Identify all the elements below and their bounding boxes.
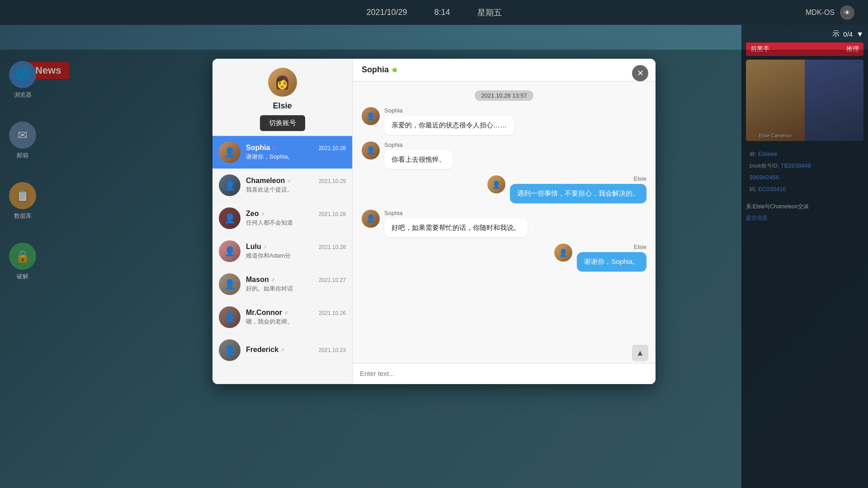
message-row-m4: 👤Sophia好吧，如果需要帮忙的话，你随时和我说。 <box>362 210 646 238</box>
contact-info-frederick: Frederick ♂ 2021.10.23 <box>246 346 346 355</box>
chat-header: Sophia <box>353 59 656 81</box>
contact-info-mason: Mason ♂ 2021.10.27 好的。如果你对话 <box>246 276 346 293</box>
contact-name-row: Chameleon ♂ 2021.10.29 <box>246 177 346 185</box>
msg-bubble-m2: 你看上去很憔悴。 <box>384 150 453 169</box>
msg-sender-m5: Elsie <box>634 244 646 250</box>
taskbar-time: 8:14 <box>434 8 450 17</box>
taskbar-weekday: 星期五 <box>477 7 502 18</box>
expand-icon[interactable]: ▼ <box>856 30 863 38</box>
msg-avatar-m1: 👤 <box>362 107 380 125</box>
contact-name-row: Mr.Connor ♂ 2021.10.26 <box>246 309 346 317</box>
gender-icon-chameleon: ♂ <box>287 178 292 184</box>
msg-sender-m3: Elsie <box>634 175 646 182</box>
close-icon: ✕ <box>637 68 644 78</box>
close-button[interactable]: ✕ <box>632 65 648 81</box>
msg-sender-m1: Sophia <box>384 107 514 114</box>
contact-item-sophia[interactable]: 👤 Sophia ♀ 2021.10.28 谢谢你，Sophia。 <box>212 136 352 169</box>
message-row-m3: Elsie遇到一些事情，不要担心，我会解决的。👤 <box>362 175 646 203</box>
contact-preview-sophia: 谢谢你，Sophia。 <box>246 153 346 161</box>
taskbar-os-label: MDK-OS <box>806 9 835 17</box>
gender-icon-sophia: ♀ <box>272 145 277 151</box>
contact-info-mrconnor: Mr.Connor ♂ 2021.10.26 嗯，我会的老师。 <box>246 309 346 326</box>
messaging-modal: ✕ 👩 Elsie 切换账号 👤 Sophia ♀ 2021.10.28 <box>212 59 656 384</box>
msg-bubble-m3: 遇到一些事情，不要担心，我会解决的。 <box>510 184 646 203</box>
switch-account-button[interactable]: 切换账号 <box>260 115 305 131</box>
contact-name-row: Sophia ♀ 2021.10.28 <box>246 144 346 152</box>
contact-date-lulu: 2021.10.28 <box>319 244 346 250</box>
msg-avatar-m5: 👤 <box>554 244 572 262</box>
message-row-m1: 👤Sophia亲爱的，你最近的状态很令人担心…… <box>362 107 646 135</box>
reveal-label: 示 <box>832 29 840 39</box>
contact-item-lulu[interactable]: 👤 Lulu ♀ 2021.10.28 难道你和Adam分 <box>212 235 352 268</box>
contact-item-zeo[interactable]: 👤 Zeo ♂ 2021.10.28 任何人都不会知道 <box>212 202 352 235</box>
modal-overlay: ✕ 👩 Elsie 切换账号 👤 Sophia ♀ 2021.10.28 <box>0 50 868 488</box>
msg-content-m4: Sophia好吧，如果需要帮忙的话，你随时和我说。 <box>384 210 528 238</box>
msg-sender-m2: Sophia <box>384 141 453 148</box>
msg-avatar-m2: 👤 <box>362 141 380 160</box>
taskbar: 2021/10/29 8:14 星期五 MDK-OS 👁 <box>0 0 868 25</box>
gender-icon-zeo: ♂ <box>261 211 265 217</box>
contact-avatar-sophia: 👤 <box>219 141 241 163</box>
taskbar-center: 2021/10/29 8:14 星期五 <box>366 7 501 18</box>
contact-name-row: Frederick ♂ 2021.10.23 <box>246 346 346 354</box>
scroll-up-button[interactable]: ▲ <box>632 345 648 361</box>
online-indicator <box>392 68 397 72</box>
contact-info-lulu: Lulu ♀ 2021.10.28 难道你和Adam分 <box>246 243 346 260</box>
msg-avatar-m4: 👤 <box>362 210 380 228</box>
contact-info-sophia: Sophia ♀ 2021.10.28 谢谢你，Sophia。 <box>246 144 346 161</box>
chat-input-area <box>353 363 656 384</box>
contact-panel: 👩 Elsie 切换账号 👤 Sophia ♀ 2021.10.28 谢谢你，S… <box>212 59 353 384</box>
contact-date-sophia: 2021.10.28 <box>319 145 346 151</box>
contact-item-mason[interactable]: 👤 Mason ♂ 2021.10.27 好的。如果你对话 <box>212 268 352 301</box>
contact-name-frederick: Frederick ♂ <box>246 346 285 354</box>
msg-content-m2: Sophia你看上去很憔悴。 <box>384 141 453 169</box>
contact-preview-zeo: 任何人都不会知道 <box>246 219 346 227</box>
chat-timestamp: 2021.10.28 13:57 <box>475 90 533 101</box>
contact-name-zeo: Zeo ♂ <box>246 210 265 218</box>
contact-date-mason: 2021.10.27 <box>319 277 346 283</box>
counter-badge: 0/4 <box>843 30 853 38</box>
contact-avatar-lulu: 👤 <box>219 240 241 262</box>
message-row-m2: 👤Sophia你看上去很憔悴。 <box>362 141 646 169</box>
contact-name-row: Mason ♂ 2021.10.27 <box>246 276 346 284</box>
contact-date-frederick: 2021.10.23 <box>319 347 346 353</box>
self-name: Elsie <box>273 101 292 111</box>
chat-panel: Sophia 2021.10.28 13:57👤Sophia亲爱的，你最近的状态… <box>353 59 656 384</box>
chat-messages[interactable]: 2021.10.28 13:57👤Sophia亲爱的，你最近的状态很令人担心……… <box>353 81 656 343</box>
gender-icon-mason: ♂ <box>271 277 275 283</box>
gender-icon-mrconnor: ♂ <box>284 310 288 316</box>
msg-content-m5: Elsie谢谢你，Sophia。 <box>577 244 646 272</box>
contact-date-zeo: 2021.10.28 <box>319 211 346 217</box>
desktop: News 🌐 浏览器 ✉ 邮箱 📋 数据库 🔒 破解 示 0/4 ▼ 后黑手 推… <box>0 25 868 488</box>
contact-item-frederick[interactable]: 👤 Frederick ♂ 2021.10.23 <box>212 334 352 367</box>
chat-contact-name: Sophia <box>362 65 389 75</box>
contact-info-zeo: Zeo ♂ 2021.10.28 任何人都不会知道 <box>246 210 346 227</box>
gender-icon-frederick: ♂ <box>280 347 285 353</box>
contact-avatar-chameleon: 👤 <box>219 174 241 196</box>
contact-name-chameleon: Chameleon ♂ <box>246 177 291 185</box>
taskbar-os-icon[interactable]: 👁 <box>840 5 854 20</box>
contact-item-mrconnor[interactable]: 👤 Mr.Connor ♂ 2021.10.26 嗯，我会的老师。 <box>212 301 352 334</box>
contact-avatar-frederick: 👤 <box>219 339 241 361</box>
msg-avatar-m3: 👤 <box>487 175 505 193</box>
msg-content-m3: Elsie遇到一些事情，不要担心，我会解决的。 <box>510 175 646 203</box>
message-row-m5: Elsie谢谢你，Sophia。👤 <box>362 244 646 272</box>
taskbar-date: 2021/10/29 <box>366 8 407 17</box>
contact-header: 👩 Elsie 切换账号 <box>212 59 352 136</box>
taskbar-right: MDK-OS 👁 <box>806 5 854 20</box>
contact-preview-lulu: 难道你和Adam分 <box>246 252 346 260</box>
contact-name-sophia: Sophia ♀ <box>246 144 277 152</box>
contact-date-mrconnor: 2021.10.26 <box>319 310 346 316</box>
chat-input[interactable] <box>360 370 648 377</box>
msg-bubble-m4: 好吧，如果需要帮忙的话，你随时和我说。 <box>384 218 528 238</box>
contact-list: 👤 Sophia ♀ 2021.10.28 谢谢你，Sophia。 👤 Cham… <box>212 136 352 384</box>
contact-name-row: Lulu ♀ 2021.10.28 <box>246 243 346 251</box>
contact-date-chameleon: 2021.10.29 <box>319 178 346 184</box>
contact-item-chameleon[interactable]: 👤 Chameleon ♂ 2021.10.29 我喜欢这个提议。 <box>212 169 352 202</box>
msg-bubble-m1: 亲爱的，你最近的状态很令人担心…… <box>384 116 514 135</box>
right-panel-header: 示 0/4 ▼ <box>746 29 863 39</box>
contact-info-chameleon: Chameleon ♂ 2021.10.29 我喜欢这个提议。 <box>246 177 346 194</box>
scroll-btn-row: ▲ <box>353 343 656 363</box>
contact-avatar-mason: 👤 <box>219 273 241 295</box>
contact-avatar-zeo: 👤 <box>219 207 241 229</box>
